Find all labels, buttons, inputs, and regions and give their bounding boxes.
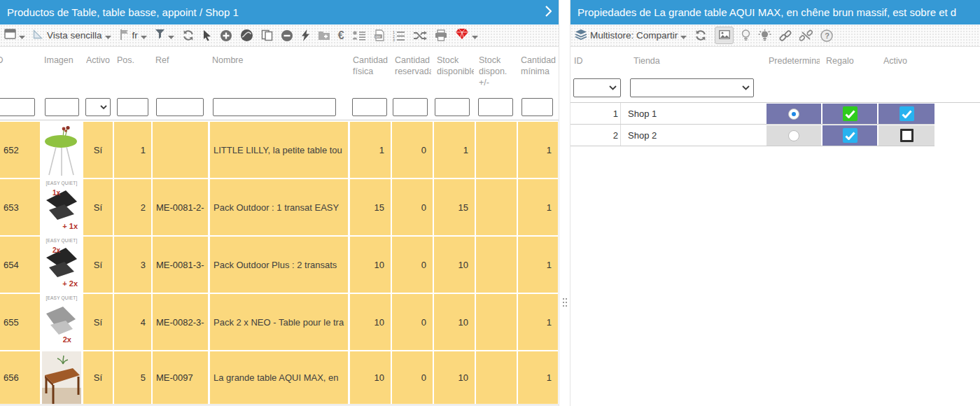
column-header-nombre[interactable]: Nombre — [212, 55, 345, 66]
cell-activo[interactable]: Sí — [83, 294, 113, 350]
link-button[interactable] — [779, 29, 792, 42]
column-header-id[interactable]: ID — [0, 55, 10, 66]
filter-cantidad-fisica-input[interactable] — [352, 98, 387, 116]
cell-id[interactable]: 653 — [0, 179, 40, 235]
cell-stock-dispon[interactable] — [476, 351, 517, 404]
column-header-cantidad-fisica[interactable]: Cantidad física — [353, 55, 389, 78]
refresh-button[interactable] — [182, 29, 195, 41]
duplicate-button[interactable] — [261, 29, 273, 41]
cell-stock-disponible[interactable]: 10 — [434, 237, 475, 293]
cell-cantidad-minima[interactable]: 1 — [518, 122, 558, 178]
cell-cantidad-minima[interactable]: 1 — [518, 237, 558, 293]
cell-cantidad-reservada[interactable]: 0 — [392, 294, 433, 350]
cell-predeterminada[interactable] — [766, 125, 821, 146]
filter-activo-select[interactable] — [85, 98, 111, 116]
column-header-activo[interactable]: Activo — [86, 55, 114, 66]
premium-gem-button[interactable] — [455, 28, 478, 43]
column-header-regalo[interactable]: Regalo — [826, 56, 864, 66]
cell-cantidad-fisica[interactable]: 1 — [350, 122, 391, 178]
bulb-on-button[interactable] — [758, 29, 771, 42]
column-header-cantidad-reservada[interactable]: Cantidad reservada — [395, 55, 431, 78]
cell-nombre[interactable]: La grande table AQUI MAX, en — [210, 351, 348, 404]
cell-id[interactable]: 656 — [0, 351, 40, 404]
add-product-button[interactable] — [220, 29, 232, 42]
column-header-stock-disponible[interactable]: Stock disponible — [437, 55, 474, 78]
cell-stock-disponible[interactable]: 1 — [434, 122, 475, 178]
cell-nombre[interactable]: Pack Outdoor Plus : 2 transats — [210, 237, 348, 293]
cell-stock-dispon[interactable] — [476, 179, 517, 235]
filter-nombre-input[interactable] — [213, 98, 336, 116]
cell-nombre[interactable]: LITTLE LILLY, la petite table tou — [210, 122, 348, 178]
filter-id-input[interactable] — [0, 98, 35, 116]
filter-tienda-select[interactable] — [630, 78, 754, 97]
cell-id[interactable]: 654 — [0, 237, 40, 293]
cell-ref[interactable]: ME-0081-2- — [153, 179, 208, 235]
cell-tienda[interactable]: Shop 1 — [621, 108, 657, 119]
cell-nombre[interactable]: Pack 2 x NEO - Table pour le tra — [210, 294, 348, 350]
window-view-button[interactable] — [4, 29, 25, 42]
cell-stock-dispon[interactable] — [476, 237, 517, 293]
filter-ref-input[interactable] — [156, 98, 204, 116]
filter-cantidad-minima-input[interactable] — [522, 98, 553, 116]
bulb-off-button[interactable] — [741, 29, 750, 42]
filter-pos-input[interactable] — [117, 98, 148, 116]
cell-nombre[interactable]: Pack Outdoor : 1 transat EASY — [210, 179, 348, 235]
column-header-imagen[interactable]: Imagen — [44, 55, 79, 66]
cell-imagen[interactable] — [41, 351, 82, 404]
cell-stock-disponible[interactable]: 15 — [434, 179, 475, 235]
cell-cantidad-reservada[interactable]: 0 — [392, 122, 433, 178]
radio-selected-icon[interactable] — [788, 108, 799, 120]
prices-button[interactable]: € — [338, 30, 344, 41]
cell-id[interactable]: 2 — [570, 125, 621, 146]
shuffle-button[interactable] — [413, 30, 427, 41]
collapse-panel-chevron-icon[interactable] — [545, 6, 552, 19]
view-selector-button[interactable]: Vista sencilla — [33, 29, 111, 42]
cell-cantidad-reservada[interactable]: 0 — [392, 351, 433, 404]
cell-predeterminada[interactable] — [766, 104, 821, 124]
cell-activo[interactable] — [878, 125, 934, 146]
filter-cantidad-reservada-input[interactable] — [393, 98, 428, 116]
splitter-grip-icon[interactable] — [563, 298, 568, 309]
column-header-id[interactable]: ID — [574, 56, 592, 66]
column-header-stock-dispon[interactable]: Stock dispon. +/- — [479, 55, 515, 90]
filter-stock-disponible-input[interactable] — [435, 98, 470, 116]
cell-ref[interactable]: ME-0097 — [153, 351, 208, 404]
cell-cantidad-reservada[interactable]: 0 — [392, 237, 433, 293]
image-preview-button[interactable] — [715, 27, 734, 44]
remove-button[interactable] — [281, 29, 293, 42]
filter-stock-dispon-input[interactable] — [478, 98, 513, 116]
column-header-tienda[interactable]: Tienda — [634, 56, 682, 66]
cell-cantidad-minima[interactable]: 1 — [518, 179, 558, 235]
column-header-pos[interactable]: Pos. — [117, 55, 148, 66]
checkbox-checked-cyan-icon[interactable] — [899, 106, 914, 121]
filter-button[interactable] — [155, 29, 174, 42]
ordered-list-button[interactable]: 123 — [393, 30, 405, 41]
cell-stock-dispon[interactable] — [476, 294, 517, 350]
cell-activo[interactable]: Sí — [83, 351, 113, 404]
cell-tienda[interactable]: Shop 2 — [621, 130, 657, 141]
cell-pos[interactable]: 1 — [114, 122, 151, 178]
cell-pos[interactable]: 2 — [114, 179, 151, 235]
cell-imagen[interactable]: [EASY QUIET] 2x — [41, 294, 82, 350]
cell-stock-disponible[interactable]: 10 — [434, 294, 475, 350]
print-button[interactable] — [435, 29, 447, 41]
cell-cantidad-fisica[interactable]: 10 — [350, 294, 391, 350]
cell-pos[interactable]: 3 — [114, 237, 151, 293]
cell-cantidad-reservada[interactable]: 0 — [392, 179, 433, 235]
checkbox-checked-green-icon[interactable] — [843, 106, 858, 121]
cell-id[interactable]: 652 — [0, 122, 40, 178]
help-button[interactable]: ? — [820, 29, 833, 42]
cell-imagen[interactable] — [41, 122, 82, 178]
cell-ref[interactable] — [153, 122, 208, 178]
cell-regalo[interactable] — [822, 104, 877, 124]
cell-cantidad-minima[interactable]: 1 — [518, 351, 558, 404]
cell-id[interactable]: 655 — [0, 294, 40, 350]
cell-activo[interactable]: Sí — [83, 237, 113, 293]
flash-button[interactable] — [301, 29, 310, 41]
csv-export-button[interactable]: csv — [374, 29, 385, 41]
cell-stock-dispon[interactable] — [476, 122, 517, 178]
panel-splitter[interactable] — [559, 0, 570, 406]
cell-activo[interactable]: Sí — [83, 179, 113, 235]
cell-activo[interactable] — [878, 104, 934, 124]
column-header-activo[interactable]: Activo — [883, 56, 922, 66]
